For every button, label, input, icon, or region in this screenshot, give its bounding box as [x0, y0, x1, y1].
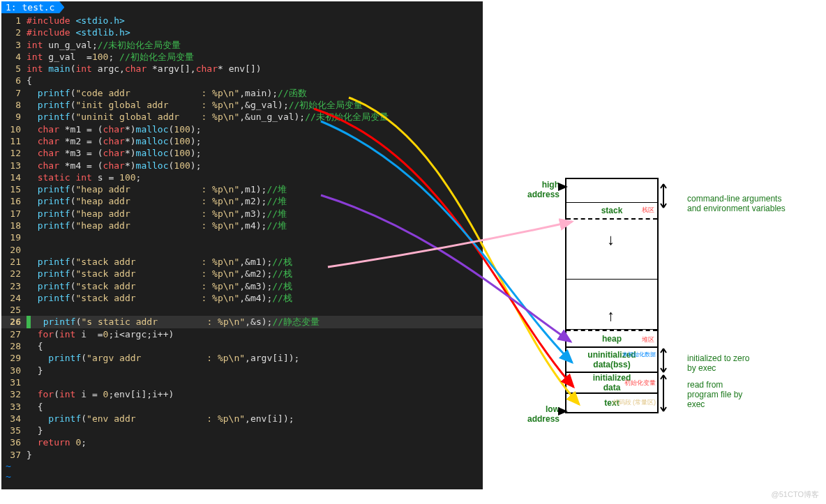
code-line: 22 printf("stack addr : %p\n",&m2);//栈 — [1, 268, 483, 280]
memory-layout-diagram: stack 栈区 ↓ ↑ heap 堆区 uninitialized data(… — [565, 178, 659, 413]
code-line: 5int main(int argc,char *argv[],char* en… — [1, 63, 483, 75]
file-tab[interactable]: 1: test.c — [1, 1, 64, 13]
code-line: 2#include <stdlib.h> — [1, 26, 483, 38]
code-line: 6{ — [1, 75, 483, 86]
code-line: 15 printf("heap addr : %p\n",m1);//堆 — [1, 183, 483, 195]
code-line: 24 printf("stack addr : %p\n",&m4);//栈 — [1, 292, 483, 304]
code-line: 37} — [1, 449, 483, 461]
label-high-address: high address — [518, 180, 560, 199]
code-line: 26 printf("s static addr : %p\n",&s);//静… — [1, 316, 483, 328]
code-line: 9 printf("uninit global addr : %p\n",&un… — [1, 111, 483, 123]
code-line: 30 } — [1, 365, 483, 376]
code-line: 20 — [1, 244, 483, 256]
seg-bss-2: data(bss) — [566, 360, 657, 369]
code-line: 4int g_val =100; //初始化全局变量 — [1, 51, 483, 63]
tilde-line: ~ — [1, 471, 483, 482]
code-line: 36 return 0; — [1, 436, 483, 448]
code-line: 25 — [1, 304, 483, 316]
code-editor: 1: test.c 1#include <stdio.h>2#include <… — [1, 1, 483, 489]
note-data: 初始化变量 — [624, 379, 656, 388]
code-line: 18 printf("heap addr : %p\n",m4);//堆 — [1, 220, 483, 231]
code-line: 33 { — [1, 401, 483, 413]
code-line: 7 printf("code addr : %p\n",main);//函数 — [1, 87, 483, 99]
code-line: 11 char *m2 = (char*)malloc(100); — [1, 135, 483, 147]
code-area: 1#include <stdio.h>2#include <stdlib.h>3… — [1, 13, 483, 461]
code-line: 23 printf("stack addr : %p\n",&m3);//栈 — [1, 280, 483, 292]
code-line: 27 for(int i =0;i<argc;i++) — [1, 328, 483, 340]
code-line: 13 char *m4 = (char*)malloc(100); — [1, 160, 483, 171]
code-line: 17 printf("heap addr : %p\n",m3);//堆 — [1, 208, 483, 220]
note-heap: 堆区 — [642, 335, 654, 344]
code-line: 21 printf("stack addr : %p\n",&m1);//栈 — [1, 256, 483, 268]
code-line: 28 { — [1, 340, 483, 352]
watermark: @51CTO博客 — [772, 489, 819, 500]
code-line: 1#include <stdio.h> — [1, 15, 483, 26]
desc-cli: command-line arguments and environment v… — [687, 194, 806, 213]
code-line: 35 } — [1, 425, 483, 436]
note-stack: 栈区 — [642, 206, 654, 215]
code-line: 8 printf("init global addr : %p\n",&g_va… — [1, 99, 483, 111]
desc-data: read from program file by exec — [687, 380, 806, 409]
code-line: 14 static int s = 100; — [1, 171, 483, 183]
note-text: 代码段 (常量区) — [613, 398, 656, 407]
label-low-address: low address — [518, 404, 560, 424]
code-line: 10 char *m1 = (char*)malloc(100); — [1, 123, 483, 135]
code-line: 19 — [1, 231, 483, 243]
code-line: 32 for(int i = 0;env[i];i++) — [1, 388, 483, 400]
code-line: 16 printf("heap addr : %p\n",m2);//堆 — [1, 195, 483, 207]
code-line: 12 char *m3 = (char*)malloc(100); — [1, 147, 483, 159]
desc-bss: initialized to zero by exec — [687, 353, 806, 373]
code-line: 31 — [1, 376, 483, 388]
tilde-line: ~ — [1, 461, 483, 471]
code-line: 29 printf("argv addr : %p\n",argv[i]); — [1, 352, 483, 364]
note-bss: 未初始化数据 — [622, 351, 656, 358]
code-line: 34 printf("env addr : %p\n",env[i]); — [1, 413, 483, 425]
code-line: 3int un_g_val;//未初始化全局变量 — [1, 39, 483, 51]
